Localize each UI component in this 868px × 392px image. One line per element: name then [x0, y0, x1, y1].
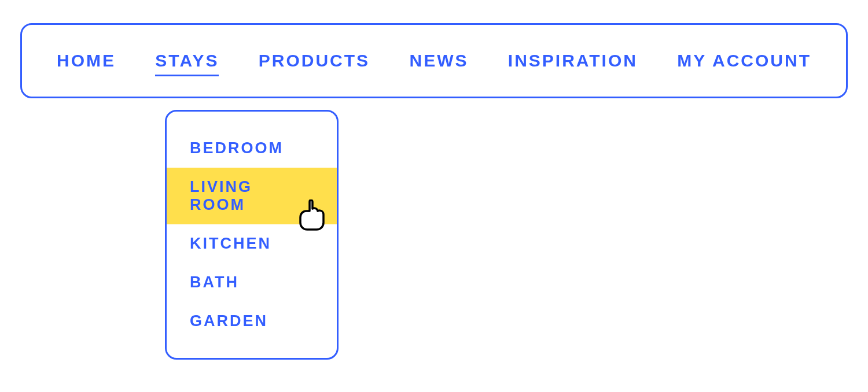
nav-item-inspiration[interactable]: INSPIRATION: [508, 51, 638, 71]
stays-dropdown: BEDROOM LIVING ROOM KITCHEN BATH GARDEN: [165, 110, 339, 360]
dropdown-item-kitchen[interactable]: KITCHEN: [167, 224, 337, 263]
dropdown-item-bath[interactable]: BATH: [167, 263, 337, 302]
dropdown-item-bedroom[interactable]: BEDROOM: [167, 129, 337, 168]
nav-item-products[interactable]: PRODUCTS: [259, 51, 370, 71]
main-navbar: HOME STAYS PRODUCTS NEWS INSPIRATION MY …: [20, 23, 848, 98]
nav-item-stays[interactable]: STAYS: [155, 51, 219, 71]
dropdown-item-garden[interactable]: GARDEN: [167, 302, 337, 341]
dropdown-container: BEDROOM LIVING ROOM KITCHEN BATH GARDEN: [165, 110, 339, 360]
nav-item-my-account[interactable]: MY ACCOUNT: [677, 51, 811, 71]
nav-item-home[interactable]: HOME: [57, 51, 116, 71]
nav-item-news[interactable]: NEWS: [409, 51, 468, 71]
dropdown-item-living-room[interactable]: LIVING ROOM: [167, 168, 337, 224]
